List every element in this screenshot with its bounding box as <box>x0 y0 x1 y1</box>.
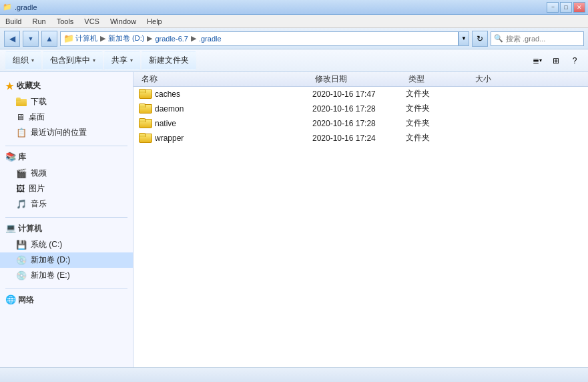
sidebar: ★ 收藏夹 下载 🖥 桌面 📋 最近访问的位置 📚 库 <box>0 72 133 367</box>
menu-build[interactable]: Build <box>3 17 24 25</box>
sidebar-network-header[interactable]: 🌐 网络 <box>0 292 133 309</box>
status-bar <box>0 367 588 382</box>
minimize-button[interactable]: － <box>547 2 559 13</box>
maximize-button[interactable]: □ <box>560 2 572 13</box>
dropdown-button[interactable]: ▼ <box>23 31 39 47</box>
share-dropdown-arrow: ▾ <box>130 57 133 63</box>
desktop-icon: 🖥 <box>16 112 25 122</box>
menu-tools[interactable]: Tools <box>54 17 77 25</box>
help-button[interactable]: ? <box>567 53 583 69</box>
new-folder-label: 新建文件夹 <box>149 55 189 66</box>
file-type: 文件夹 <box>406 118 473 129</box>
folder-icon-sm: 📁 <box>63 33 74 43</box>
col-header-date[interactable]: 修改日期 <box>312 73 406 85</box>
sidebar-computer-header[interactable]: 💻 计算机 <box>0 220 133 237</box>
sidebar-favorites-header[interactable]: ★ 收藏夹 <box>0 77 133 94</box>
sidebar-item-recent[interactable]: 📋 最近访问的位置 <box>0 125 133 140</box>
menu-run[interactable]: Run <box>29 17 48 25</box>
folder-icon <box>139 104 151 114</box>
back-button[interactable]: ◀ <box>4 31 20 47</box>
network-icon: 🌐 <box>5 295 16 305</box>
drive-e-icon: 💿 <box>16 271 27 280</box>
toolbar-right: ≣ ▾ ⊞ ? <box>529 53 583 69</box>
file-name: wrapper <box>139 133 312 143</box>
sidebar-item-music[interactable]: 🎵 音乐 <box>0 196 133 212</box>
file-type: 文件夹 <box>406 88 473 100</box>
sidebar-item-videos[interactable]: 🎬 视频 <box>0 166 133 181</box>
address-dropdown[interactable]: ▼ <box>459 31 469 46</box>
table-row[interactable]: wrapper 2020-10-16 17:24 文件夹 <box>133 131 588 146</box>
search-icon: 🔍 <box>494 34 503 43</box>
file-date: 2020-10-16 17:28 <box>312 104 406 114</box>
share-button[interactable]: 共享 ▾ <box>104 51 140 70</box>
menu-help[interactable]: Help <box>144 17 165 25</box>
menu-bar: Build Run Tools VCS Window Help <box>0 15 588 28</box>
refresh-button[interactable]: ↻ <box>472 31 488 47</box>
recent-icon: 📋 <box>16 128 27 138</box>
col-header-name[interactable]: 名称 <box>139 73 312 85</box>
star-icon: ★ <box>5 81 14 91</box>
sidebar-library-section: 📚 库 🎬 视频 🖼 图片 🎵 音乐 <box>0 149 133 212</box>
sidebar-library-header[interactable]: 📚 库 <box>0 149 133 166</box>
menu-window[interactable]: Window <box>107 17 139 25</box>
pane-button[interactable]: ⊞ <box>548 53 564 69</box>
file-name: daemon <box>139 104 312 114</box>
sidebar-item-images[interactable]: 🖼 图片 <box>0 181 133 196</box>
sidebar-item-downloads[interactable]: 下载 <box>0 94 133 110</box>
main-content: ★ 收藏夹 下载 🖥 桌面 📋 最近访问的位置 📚 库 <box>0 72 588 367</box>
sidebar-item-drive-c[interactable]: 💾 系统 (C:) <box>0 237 133 252</box>
new-folder-button[interactable]: 新建文件夹 <box>141 51 196 70</box>
organize-dropdown-arrow: ▾ <box>31 57 34 63</box>
pane-icon: ⊞ <box>553 56 559 65</box>
images-icon: 🖼 <box>16 184 25 194</box>
drive-d-icon: 💿 <box>16 256 27 265</box>
file-type: 文件夹 <box>406 132 473 144</box>
music-icon: 🎵 <box>16 199 27 209</box>
file-area: 名称 修改日期 类型 大小 caches 2020-10-16 17:47 文件… <box>133 72 588 367</box>
library-icon: 📚 <box>5 152 16 162</box>
drive-d-label: 新加卷 (D:) <box>31 254 70 266</box>
file-name: caches <box>139 89 312 99</box>
view-dropdown-arrow: ▾ <box>539 57 542 63</box>
folder-icon <box>139 118 151 128</box>
path-computer[interactable]: 计算机 <box>75 33 97 43</box>
include-library-button[interactable]: 包含到库中 ▾ <box>43 51 103 70</box>
sidebar-item-desktop[interactable]: 🖥 桌面 <box>0 110 133 125</box>
divider-1 <box>5 146 127 146</box>
search-input[interactable] <box>506 35 581 43</box>
computer-icon: 💻 <box>5 223 16 233</box>
menu-vcs[interactable]: VCS <box>81 17 102 25</box>
file-list: caches 2020-10-16 17:47 文件夹 daemon 2020-… <box>133 87 588 367</box>
sidebar-item-drive-d[interactable]: 💿 新加卷 (D:) <box>0 252 133 268</box>
table-row[interactable]: native 2020-10-16 17:28 文件夹 <box>133 116 588 131</box>
path-gradle[interactable]: gradle-6.7 <box>155 35 188 43</box>
videos-label: 视频 <box>31 168 47 179</box>
library-label: 库 <box>18 152 26 162</box>
up-button[interactable]: ▲ <box>41 31 57 47</box>
table-row[interactable]: daemon 2020-10-16 17:28 文件夹 <box>133 102 588 116</box>
drive-c-icon: 💾 <box>16 240 27 250</box>
include-library-label: 包含到库中 <box>50 55 90 66</box>
favorites-label: 收藏夹 <box>17 80 41 91</box>
file-date: 2020-10-16 17:28 <box>312 119 406 128</box>
sidebar-item-drive-e[interactable]: 💿 新加卷 (E:) <box>0 268 133 283</box>
share-label: 共享 <box>111 55 127 66</box>
folder-icon-downloads <box>16 98 27 106</box>
col-header-type[interactable]: 类型 <box>406 73 473 85</box>
path-dotgradle[interactable]: .gradle <box>199 35 222 43</box>
col-header-size[interactable]: 大小 <box>473 73 526 85</box>
close-button[interactable]: ✕ <box>573 2 585 13</box>
drive-c-label: 系统 (C:) <box>31 239 62 250</box>
sidebar-favorites-section: ★ 收藏夹 下载 🖥 桌面 📋 最近访问的位置 <box>0 77 133 140</box>
address-bar: ◀ ▼ ▲ 📁 计算机 ▶ 新加卷 (D:) ▶ gradle-6.7 ▶ .g… <box>0 28 588 49</box>
view-button[interactable]: ≣ ▾ <box>529 53 545 69</box>
sidebar-computer-section: 💻 计算机 💾 系统 (C:) 💿 新加卷 (D:) 💿 新加卷 (E:) <box>0 220 133 283</box>
sidebar-network-section: 🌐 网络 <box>0 292 133 309</box>
path-drive[interactable]: 新加卷 (D:) <box>108 33 144 43</box>
title-bar: 📁 .gradle － □ ✕ <box>0 0 588 15</box>
table-row[interactable]: caches 2020-10-16 17:47 文件夹 <box>133 87 588 102</box>
address-path: 📁 计算机 ▶ 新加卷 (D:) ▶ gradle-6.7 ▶ .gradle <box>60 31 459 46</box>
music-label: 音乐 <box>31 198 47 210</box>
organize-button[interactable]: 组织 ▾ <box>5 51 41 70</box>
file-date: 2020-10-16 17:47 <box>312 89 406 99</box>
